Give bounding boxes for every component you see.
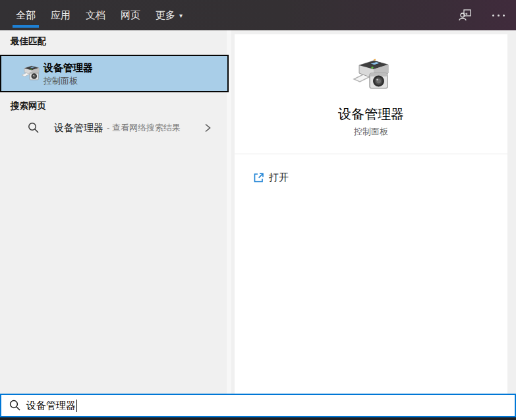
web-suggestion-query: 设备管理器 (54, 122, 103, 135)
search-header-bar: 全部 应用 文档 网页 更多 ▾ (0, 0, 516, 30)
chevron-right-icon[interactable] (204, 123, 212, 133)
tab-all[interactable]: 全部 (14, 0, 37, 30)
text-cursor (76, 400, 77, 412)
search-input-value: 设备管理器 (26, 400, 76, 412)
tab-web[interactable]: 网页 (119, 0, 142, 30)
preview-title: 设备管理器 (235, 105, 507, 123)
tab-apps-label: 应用 (51, 9, 71, 22)
tab-web-label: 网页 (121, 9, 140, 22)
best-match-result-device-manager[interactable]: 设备管理器 控制面板 (0, 55, 229, 92)
window-bottom-edge (0, 417, 516, 420)
web-suggestion-hint: - 查看网络搜索结果 (107, 122, 181, 134)
open-external-icon (253, 172, 264, 183)
tab-documents-label: 文档 (86, 9, 105, 22)
preview-pane: 设备管理器 控制面板 打开 (235, 34, 507, 394)
tab-apps[interactable]: 应用 (49, 0, 72, 30)
device-manager-icon (20, 63, 41, 84)
filter-tabs: 全部 应用 文档 网页 更多 ▾ (0, 0, 196, 30)
open-action-label: 打开 (269, 171, 289, 184)
web-search-suggestion[interactable]: 设备管理器 - 查看网络搜索结果 (0, 116, 227, 140)
search-web-header: 搜索网页 (11, 100, 46, 112)
best-match-subtitle: 控制面板 (43, 75, 93, 86)
feedback-user-icon[interactable] (457, 7, 474, 24)
search-icon (27, 121, 40, 135)
chevron-down-icon: ▾ (179, 12, 183, 19)
open-action[interactable]: 打开 (235, 166, 507, 189)
preview-subtitle: 控制面板 (235, 126, 507, 138)
tab-more[interactable]: 更多 ▾ (154, 0, 184, 30)
tab-documents[interactable]: 文档 (84, 0, 107, 30)
best-match-title: 设备管理器 (43, 61, 93, 74)
best-match-header: 最佳匹配 (11, 36, 46, 47)
results-panel: 最佳匹配 设备管理器 控制面板 搜索网页 设备管理器 - 查看网络搜索结果 (0, 30, 232, 394)
tab-all-label: 全部 (16, 9, 36, 22)
tab-more-label: 更多 (156, 9, 175, 22)
search-icon (9, 399, 22, 412)
search-input[interactable]: 设备管理器 (0, 394, 516, 417)
ellipsis-menu-icon[interactable] (490, 7, 507, 24)
device-manager-icon-large (350, 55, 392, 98)
preview-divider (235, 154, 507, 154)
